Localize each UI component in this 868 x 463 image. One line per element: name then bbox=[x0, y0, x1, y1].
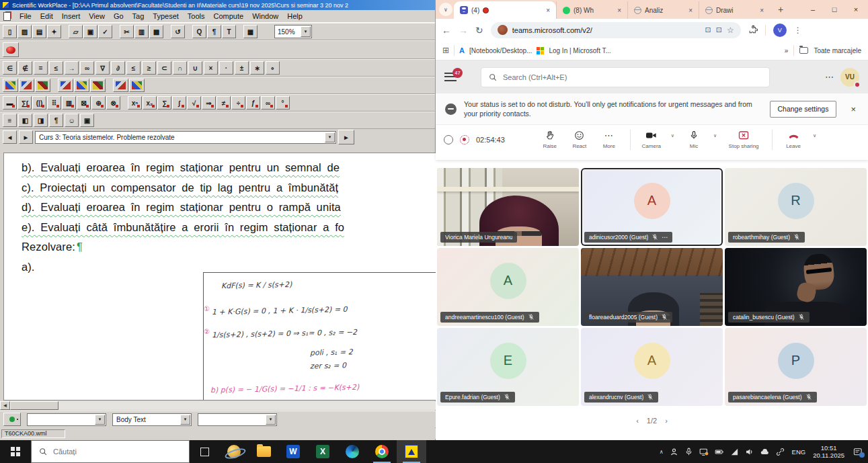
nav-forward-button[interactable]: ► bbox=[19, 130, 33, 144]
taskbar-search[interactable] bbox=[31, 440, 190, 463]
dropdown-arrow-icon[interactable] bbox=[266, 415, 276, 425]
math-display-button[interactable]: ▬ bbox=[3, 96, 17, 110]
participant-tile[interactable]: floareaeduard2005 (Guest) bbox=[581, 248, 723, 326]
arrow-button[interactable]: ⇒ bbox=[202, 96, 216, 110]
taskbar-search-input[interactable] bbox=[53, 448, 167, 456]
symbol-button[interactable]: ≤ bbox=[126, 61, 141, 75]
participant-tile[interactable]: catalin_busescu (Guest) bbox=[725, 248, 867, 326]
menu-view[interactable]: View bbox=[89, 12, 105, 20]
menu-go[interactable]: Go bbox=[114, 12, 124, 20]
menu-window[interactable]: Window bbox=[252, 12, 278, 20]
relation-button[interactable]: ≠ bbox=[216, 96, 231, 110]
subscript-button[interactable]: x₂ bbox=[143, 96, 157, 110]
profile-avatar[interactable]: V bbox=[773, 24, 787, 37]
integral-button[interactable]: ∫ bbox=[172, 96, 186, 110]
symbol-button[interactable]: = bbox=[34, 61, 48, 75]
goto-marker-button[interactable]: ► bbox=[338, 130, 354, 144]
fragment-button[interactable] bbox=[74, 79, 89, 92]
mic-button[interactable]: Mic bbox=[684, 130, 704, 149]
symbol-button[interactable]: ∇ bbox=[95, 61, 110, 75]
picture-in-picture-icon[interactable]: ⊡ bbox=[705, 26, 711, 34]
task-view-button[interactable] bbox=[190, 440, 219, 463]
save-special-button[interactable]: ✦ bbox=[47, 25, 61, 38]
tab-close-icon[interactable]: × bbox=[760, 7, 764, 14]
dropdown-arrow-icon[interactable] bbox=[325, 132, 335, 142]
bookmark-star-icon[interactable]: ☆ bbox=[727, 26, 734, 35]
fragment-button[interactable] bbox=[129, 79, 145, 92]
change-settings-button[interactable]: Change settings bbox=[770, 101, 837, 118]
case-button[interactable]: ⊠ bbox=[77, 96, 91, 110]
symbol-button[interactable]: ∘ bbox=[266, 61, 280, 75]
symbol-button[interactable]: ∞ bbox=[80, 61, 94, 75]
back-icon[interactable]: ← bbox=[442, 25, 451, 36]
divide-button[interactable]: ÷ bbox=[231, 96, 245, 110]
menu-typeset[interactable]: Typeset bbox=[153, 12, 179, 20]
open-button[interactable]: ▨ bbox=[17, 25, 32, 38]
show-invisibles-button[interactable]: ¶ bbox=[207, 25, 221, 38]
matrix-button[interactable]: ⠿ bbox=[47, 96, 61, 110]
menu-edit[interactable]: Edit bbox=[40, 12, 53, 20]
dropdown-arrow-icon[interactable] bbox=[95, 415, 105, 425]
taskbar-app-workplace[interactable] bbox=[397, 440, 426, 463]
spellcheck-button[interactable]: ✓ bbox=[98, 25, 112, 38]
tab-close-icon[interactable]: × bbox=[688, 7, 693, 14]
item-tag-dropdown[interactable] bbox=[27, 413, 106, 426]
text-mode-button[interactable]: T bbox=[222, 25, 236, 38]
tab-whatsapp[interactable]: (8) Wh × bbox=[556, 1, 627, 19]
url-input[interactable] bbox=[512, 26, 654, 34]
apply-tag-button[interactable] bbox=[3, 413, 21, 426]
header-more-icon[interactable]: ⋯ bbox=[825, 72, 834, 82]
menu-file[interactable]: File bbox=[19, 12, 32, 20]
preview-button[interactable]: ▣ bbox=[83, 25, 97, 38]
dropdown-arrow-icon[interactable] bbox=[301, 26, 311, 37]
undo-button[interactable]: ↺ bbox=[171, 25, 185, 38]
infinity-button[interactable]: ∞ bbox=[261, 96, 275, 110]
screen-share-icon[interactable] bbox=[699, 448, 709, 456]
stop-sharing-button[interactable]: Stop sharing bbox=[726, 130, 761, 149]
section-tag-dropdown[interactable] bbox=[198, 413, 277, 426]
menu-tools[interactable]: Tools bbox=[188, 12, 205, 20]
sum-button[interactable]: ∑ bbox=[157, 96, 171, 110]
user-avatar[interactable]: VU bbox=[840, 68, 859, 87]
symbol-button[interactable]: ∗ bbox=[250, 61, 264, 75]
symbol-button[interactable]: × bbox=[204, 61, 218, 75]
scrollbar-thumb[interactable] bbox=[10, 401, 58, 410]
start-button[interactable] bbox=[0, 440, 31, 463]
field-button[interactable]: ▣ bbox=[80, 114, 94, 127]
scroll-left-icon[interactable]: ◄ bbox=[0, 401, 10, 410]
symbol-button[interactable]: ∉ bbox=[18, 61, 32, 75]
bookmarks-overflow-icon[interactable]: » bbox=[785, 47, 789, 54]
symbol-button[interactable]: ⊂ bbox=[157, 61, 171, 75]
sum-integral-button[interactable]: ∑∫ bbox=[17, 96, 32, 110]
symbol-button[interactable]: · bbox=[219, 61, 233, 75]
menu-tag[interactable]: Tag bbox=[132, 12, 145, 20]
operator-button[interactable]: ⊕ bbox=[91, 96, 106, 110]
print-button[interactable]: ▱ bbox=[69, 25, 83, 38]
participant-tile[interactable]: Viorica Mariela Ungureanu bbox=[437, 168, 579, 246]
onedrive-cloud-icon[interactable] bbox=[760, 448, 770, 456]
teams-search[interactable] bbox=[481, 67, 770, 87]
new-button[interactable]: ▯ bbox=[3, 25, 17, 38]
fragment-button[interactable] bbox=[3, 79, 18, 92]
participant-tile[interactable]: E Epure.fadrian (Guest) bbox=[437, 328, 579, 406]
symbol-button[interactable]: ≤ bbox=[49, 61, 63, 75]
text-tag-dropdown[interactable]: Body Text bbox=[112, 413, 192, 426]
zoom-dropdown[interactable]: 150% bbox=[274, 25, 312, 38]
nav-back-button[interactable]: ◄ bbox=[3, 130, 17, 144]
participant-tile[interactable]: A adinicusor2000 (Guest) ⋯ bbox=[581, 168, 723, 246]
taskbar-app-excel[interactable]: X bbox=[308, 440, 338, 463]
participant-tile[interactable]: A andreeamartinescu100 (Guest) bbox=[437, 248, 579, 326]
symbol-button[interactable]: ∈ bbox=[3, 61, 17, 75]
fragment-button[interactable] bbox=[113, 79, 128, 92]
new-tab-button[interactable]: + bbox=[773, 1, 789, 17]
minimize-button[interactable]: – bbox=[802, 0, 824, 18]
translate-icon[interactable]: ⊡ bbox=[716, 26, 722, 34]
paste-button[interactable]: ▩ bbox=[149, 25, 163, 38]
tile-more-icon[interactable]: ⋯ bbox=[662, 234, 668, 241]
function-button[interactable]: ƒ bbox=[246, 96, 260, 110]
tab-teams[interactable]: (4) × bbox=[454, 1, 556, 19]
fragment-button[interactable] bbox=[58, 79, 73, 92]
react-button[interactable]: React bbox=[569, 130, 590, 149]
taskbar-app-edge[interactable] bbox=[338, 440, 367, 463]
symbol-button[interactable]: ∩ bbox=[173, 61, 187, 75]
